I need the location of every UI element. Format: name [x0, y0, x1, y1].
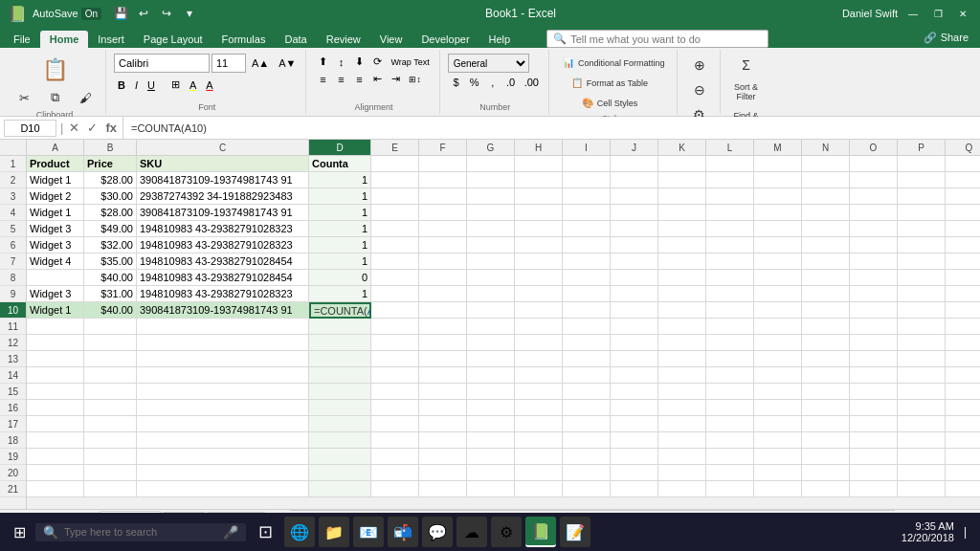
cell-O16[interactable]: [850, 400, 898, 416]
cell-M10[interactable]: [754, 302, 802, 319]
col-header-N[interactable]: N: [802, 140, 850, 155]
cell-G11[interactable]: [467, 319, 515, 335]
cell-E1[interactable]: [371, 156, 419, 172]
cell-B4[interactable]: $28.00: [84, 205, 137, 221]
cell-J13[interactable]: [611, 351, 658, 367]
insert-function-button[interactable]: fx: [103, 121, 119, 135]
cell-K20[interactable]: [658, 465, 706, 481]
col-header-K[interactable]: K: [658, 140, 706, 155]
cell-B11[interactable]: [84, 319, 137, 335]
cell-E9[interactable]: [371, 286, 419, 302]
cell-F2[interactable]: [419, 172, 467, 188]
corner-cell[interactable]: [0, 140, 27, 155]
cell-E8[interactable]: [371, 270, 419, 286]
cell-A16[interactable]: [27, 400, 84, 416]
wrap-text-button[interactable]: Wrap Text: [387, 54, 433, 70]
redo-button[interactable]: ↪: [157, 5, 176, 22]
cell-N14[interactable]: [802, 367, 850, 384]
cell-A3[interactable]: Widget 2: [27, 188, 84, 205]
cell-L3[interactable]: [706, 188, 754, 205]
cell-P7[interactable]: [898, 253, 946, 270]
cell-E7[interactable]: [371, 253, 419, 270]
cell-M13[interactable]: [754, 351, 802, 367]
cell-O14[interactable]: [850, 367, 898, 384]
cell-H12[interactable]: [515, 335, 563, 351]
cell-G21[interactable]: [467, 481, 515, 497]
cell-L10[interactable]: [706, 302, 754, 319]
cell-B7[interactable]: $35.00: [84, 253, 137, 270]
cell-L14[interactable]: [706, 367, 754, 384]
cell-B20[interactable]: [84, 465, 137, 481]
cell-H9[interactable]: [515, 286, 563, 302]
cell-I14[interactable]: [563, 367, 611, 384]
delete-button[interactable]: ⊖: [685, 78, 714, 101]
cell-P15[interactable]: [898, 384, 946, 400]
cell-N13[interactable]: [802, 351, 850, 367]
cell-H18[interactable]: [515, 432, 563, 449]
cell-J20[interactable]: [611, 465, 658, 481]
cell-P16[interactable]: [898, 400, 946, 416]
cell-P9[interactable]: [898, 286, 946, 302]
cell-J7[interactable]: [611, 253, 658, 270]
cell-A17[interactable]: [27, 416, 84, 432]
cell-B10[interactable]: $40.00: [84, 302, 137, 319]
cell-M9[interactable]: [754, 286, 802, 302]
row-num-19[interactable]: 19: [0, 449, 26, 465]
taskbar-outlook-icon[interactable]: 📧: [353, 517, 384, 547]
cell-A10[interactable]: Widget 1: [27, 302, 84, 319]
cell-B17[interactable]: [84, 416, 137, 432]
cell-D12[interactable]: [309, 335, 371, 351]
cell-E5[interactable]: [371, 221, 419, 237]
cell-G16[interactable]: [467, 400, 515, 416]
align-right-button[interactable]: ≡: [350, 71, 368, 87]
currency-button[interactable]: $: [448, 75, 465, 90]
cell-I3[interactable]: [563, 188, 611, 205]
cell-A19[interactable]: [27, 449, 84, 465]
cell-B18[interactable]: [84, 432, 137, 449]
cell-Q1[interactable]: [946, 156, 980, 172]
cell-H1[interactable]: [515, 156, 563, 172]
cell-L15[interactable]: [706, 384, 754, 400]
cell-P3[interactable]: [898, 188, 946, 205]
col-header-I[interactable]: I: [563, 140, 611, 155]
cell-C16[interactable]: [137, 400, 309, 416]
cell-P14[interactable]: [898, 367, 946, 384]
cell-F17[interactable]: [419, 416, 467, 432]
col-header-J[interactable]: J: [611, 140, 658, 155]
cell-K9[interactable]: [658, 286, 706, 302]
taskbar-search-input[interactable]: [64, 526, 217, 538]
cell-N1[interactable]: [802, 156, 850, 172]
cell-Q7[interactable]: [946, 253, 980, 270]
align-top-button[interactable]: ⬆: [314, 54, 331, 70]
cell-O11[interactable]: [850, 319, 898, 335]
format-painter-button[interactable]: 🖌: [71, 87, 100, 108]
cell-C1[interactable]: SKU: [137, 156, 309, 172]
cell-B2[interactable]: $28.00: [84, 172, 137, 188]
cell-F12[interactable]: [419, 335, 467, 351]
cell-F9[interactable]: [419, 286, 467, 302]
cell-Q17[interactable]: [946, 416, 980, 432]
cell-F1[interactable]: [419, 156, 467, 172]
cell-Q15[interactable]: [946, 384, 980, 400]
taskbar-excel-icon[interactable]: 📗: [525, 517, 556, 547]
cell-B6[interactable]: $32.00: [84, 237, 137, 253]
cell-I15[interactable]: [563, 384, 611, 400]
cell-N19[interactable]: [802, 449, 850, 465]
cell-M11[interactable]: [754, 319, 802, 335]
cell-P11[interactable]: [898, 319, 946, 335]
cell-K14[interactable]: [658, 367, 706, 384]
cell-B8[interactable]: $40.00: [84, 270, 137, 286]
font-size-input[interactable]: [212, 54, 246, 73]
cell-C10[interactable]: 390841873109-19374981743 91: [137, 302, 309, 319]
cell-I4[interactable]: [563, 205, 611, 221]
cell-H20[interactable]: [515, 465, 563, 481]
cell-Q2[interactable]: [946, 172, 980, 188]
cell-O12[interactable]: [850, 335, 898, 351]
tab-developer[interactable]: Developer: [412, 31, 479, 48]
cell-H2[interactable]: [515, 172, 563, 188]
cell-A1[interactable]: Product: [27, 156, 84, 172]
row-num-15[interactable]: 15: [0, 384, 26, 400]
cell-M8[interactable]: [754, 270, 802, 286]
cell-Q5[interactable]: [946, 221, 980, 237]
cell-B12[interactable]: [84, 335, 137, 351]
